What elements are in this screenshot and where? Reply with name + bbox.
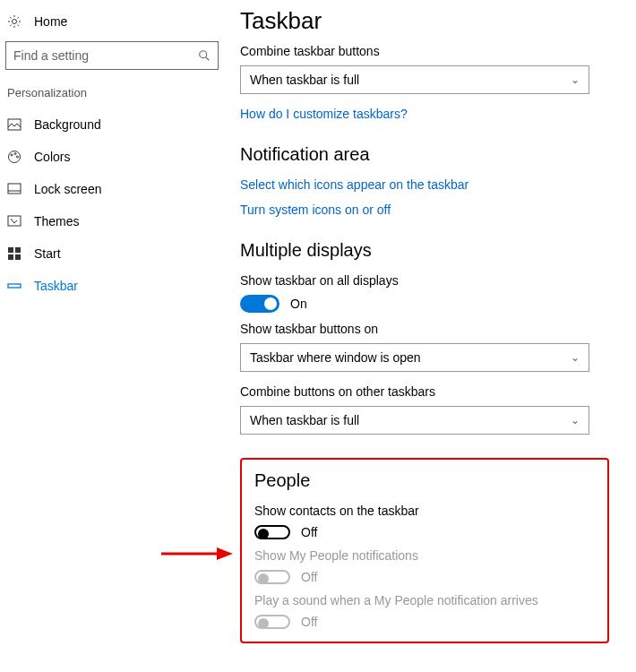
combine-other-dropdown[interactable]: When taskbar is full ⌄ [240, 406, 589, 435]
show-contacts-toggle[interactable] [254, 525, 290, 539]
select-icons-link[interactable]: Select which icons appear on the taskbar [240, 177, 609, 192]
combine-other-label: Combine buttons on other taskbars [240, 384, 609, 399]
search-input-container[interactable] [5, 41, 219, 70]
sidebar-item-background[interactable]: Background [0, 108, 224, 141]
multiple-displays-heading: Multiple displays [240, 240, 609, 261]
search-input[interactable] [13, 48, 198, 63]
dropdown-value: Taskbar where window is open [250, 350, 421, 365]
svg-rect-9 [8, 247, 13, 253]
toggle-state: Off [301, 570, 317, 584]
sidebar-item-label: Taskbar [34, 279, 78, 293]
svg-point-5 [14, 153, 16, 155]
dropdown-value: When taskbar is full [250, 413, 359, 427]
play-sound-toggle [254, 615, 290, 629]
show-my-people-label: Show My People notifications [254, 548, 595, 563]
dropdown-value: When taskbar is full [250, 73, 359, 87]
notification-heading: Notification area [240, 144, 609, 165]
svg-rect-13 [8, 284, 21, 288]
sidebar-item-label: Colors [34, 150, 70, 164]
svg-rect-12 [15, 254, 21, 260]
svg-point-4 [11, 154, 13, 156]
chevron-down-icon: ⌄ [571, 73, 580, 86]
show-buttons-on-label: Show taskbar buttons on [240, 322, 609, 336]
start-icon [7, 246, 21, 261]
sidebar-item-lockscreen[interactable]: Lock screen [0, 173, 224, 205]
show-buttons-on-dropdown[interactable]: Taskbar where window is open ⌄ [240, 343, 589, 372]
play-sound-label: Play a sound when a My People notificati… [254, 593, 595, 607]
sidebar-item-taskbar[interactable]: Taskbar [0, 270, 224, 302]
nav-home[interactable]: Home [0, 7, 224, 36]
toggle-state: On [290, 297, 307, 311]
combine-label: Combine taskbar buttons [240, 44, 609, 58]
sidebar-item-start[interactable]: Start [0, 237, 224, 270]
svg-rect-7 [8, 184, 21, 194]
show-contacts-label: Show contacts on the taskbar [254, 504, 595, 518]
svg-rect-11 [8, 254, 13, 260]
sidebar-item-label: Themes [34, 214, 80, 228]
sidebar-item-label: Lock screen [34, 182, 101, 196]
chevron-down-icon: ⌄ [571, 414, 580, 426]
sidebar-section-label: Personalization [0, 82, 224, 108]
customize-link[interactable]: How do I customize taskbars? [240, 107, 609, 121]
sidebar-item-label: Background [34, 117, 101, 132]
svg-point-0 [13, 20, 17, 24]
show-my-people-toggle [254, 570, 290, 584]
people-section-highlight: People Show contacts on the taskbar Off … [240, 458, 609, 643]
people-heading: People [254, 470, 595, 491]
gear-icon [7, 14, 21, 29]
search-icon [198, 49, 211, 62]
toggle-state: Off [301, 525, 317, 539]
combine-dropdown[interactable]: When taskbar is full ⌄ [240, 65, 589, 94]
lock-screen-icon [7, 182, 21, 196]
system-icons-link[interactable]: Turn system icons on or off [240, 202, 609, 217]
svg-point-6 [17, 156, 19, 158]
svg-rect-10 [15, 247, 21, 253]
svg-rect-2 [8, 119, 21, 130]
show-all-displays-toggle[interactable] [240, 295, 279, 313]
sidebar-item-themes[interactable]: Themes [0, 205, 224, 237]
themes-icon [7, 214, 21, 228]
page-title: Taskbar [240, 7, 609, 35]
palette-icon [7, 150, 21, 164]
svg-point-1 [200, 51, 207, 58]
toggle-state: Off [301, 615, 317, 629]
picture-icon [7, 117, 21, 132]
sidebar-item-label: Start [34, 246, 61, 261]
taskbar-icon [7, 279, 21, 293]
nav-home-label: Home [34, 14, 67, 29]
show-all-displays-label: Show taskbar on all displays [240, 273, 609, 288]
sidebar-item-colors[interactable]: Colors [0, 141, 224, 173]
chevron-down-icon: ⌄ [571, 351, 580, 364]
svg-rect-8 [8, 216, 21, 226]
